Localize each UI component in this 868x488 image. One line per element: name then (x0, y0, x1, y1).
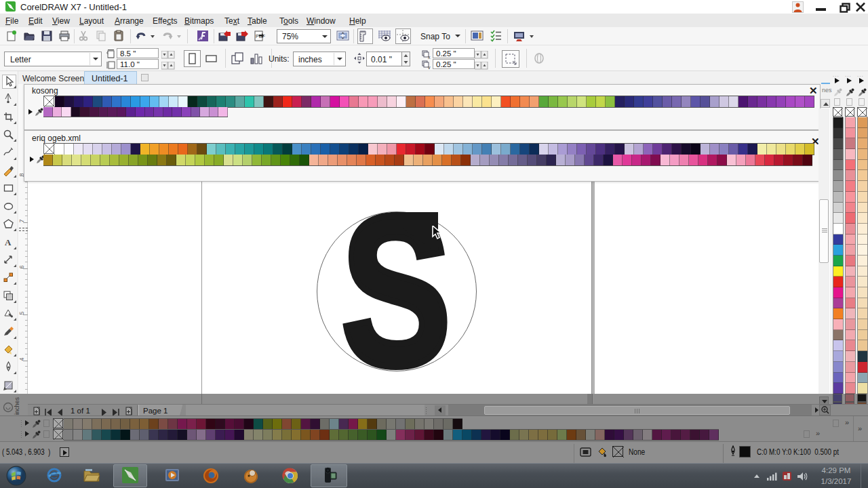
svg-text:x: x (428, 55, 431, 59)
svg-text:y: y (428, 65, 431, 69)
svg-text:A: A (5, 237, 12, 247)
